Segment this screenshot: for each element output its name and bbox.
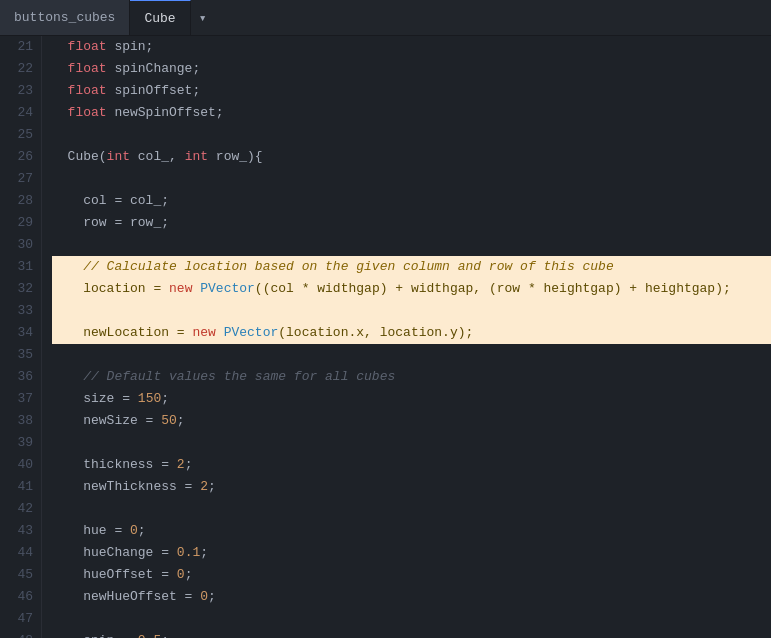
token: 0 <box>130 520 138 542</box>
line-num-28: 28 <box>4 190 33 212</box>
line-num-35: 35 <box>4 344 33 366</box>
token: ; <box>200 542 208 564</box>
line-num-34: 34 <box>4 322 33 344</box>
line-num-31: 31 <box>4 256 33 278</box>
token: size = <box>52 388 138 410</box>
token: col_, <box>130 146 185 168</box>
token: 2 <box>200 476 208 498</box>
code-line-26: Cube(int col_, int row_){ <box>52 146 771 168</box>
token: ; <box>185 564 193 586</box>
code-line-36: // Default values the same for all cubes <box>52 366 771 388</box>
token: col = col_; <box>52 190 169 212</box>
line-num-43: 43 <box>4 520 33 542</box>
token: ; <box>161 388 169 410</box>
token: Cube( <box>52 146 107 168</box>
code-area: 21 22 23 24 25 26 27 28 29 30 31 32 33 3… <box>0 36 771 638</box>
line-num-40: 40 <box>4 454 33 476</box>
code-line-44: hueChange = 0.1; <box>52 542 771 564</box>
line-num-37: 37 <box>4 388 33 410</box>
code-content[interactable]: float spin; float spinChange; float spin… <box>42 36 771 638</box>
tab-cube[interactable]: Cube <box>130 0 190 35</box>
token: 0.5 <box>138 630 161 638</box>
token: 0 <box>177 564 185 586</box>
code-line-46: newHueOffset = 0; <box>52 586 771 608</box>
token: float <box>52 80 107 102</box>
line-num-21: 21 <box>4 36 33 58</box>
token: spin; <box>107 36 154 58</box>
code-line-35 <box>52 344 771 366</box>
token: hueChange = <box>52 542 177 564</box>
token: ; <box>208 476 216 498</box>
token: ((col * widthgap) + widthgap, (row * hei… <box>255 278 731 300</box>
token: 0 <box>200 586 208 608</box>
code-line-43: hue = 0; <box>52 520 771 542</box>
line-num-27: 27 <box>4 168 33 190</box>
tab-label: buttons_cubes <box>14 10 115 25</box>
token: 0.1 <box>177 542 200 564</box>
token: ; <box>208 586 216 608</box>
code-line-27 <box>52 168 771 190</box>
token: new <box>192 322 215 344</box>
line-num-42: 42 <box>4 498 33 520</box>
token: hue = <box>52 520 130 542</box>
token: // Calculate location based on the given… <box>52 256 614 278</box>
token: thickness = <box>52 454 177 476</box>
token: float <box>52 36 107 58</box>
code-line-25 <box>52 124 771 146</box>
line-num-44: 44 <box>4 542 33 564</box>
token: spinOffset; <box>107 80 201 102</box>
code-line-40: thickness = 2; <box>52 454 771 476</box>
token: newLocation = <box>52 322 192 344</box>
code-line-30 <box>52 234 771 256</box>
token: float <box>52 102 107 124</box>
tab-buttons-cubes[interactable]: buttons_cubes <box>0 0 130 35</box>
line-num-39: 39 <box>4 432 33 454</box>
tab-label: Cube <box>144 11 175 26</box>
line-num-48: 48 <box>4 630 33 638</box>
tab-bar: buttons_cubes Cube ▾ <box>0 0 771 36</box>
token: ; <box>138 520 146 542</box>
token: 50 <box>161 410 177 432</box>
line-num-38: 38 <box>4 410 33 432</box>
app-container: buttons_cubes Cube ▾ 21 22 23 24 25 26 2… <box>0 0 771 638</box>
chevron-down-icon: ▾ <box>199 10 207 26</box>
tab-dropdown[interactable]: ▾ <box>191 0 215 35</box>
token: new <box>169 278 192 300</box>
token: newThickness = <box>52 476 200 498</box>
line-num-36: 36 <box>4 366 33 388</box>
token: PVector <box>200 278 255 300</box>
token: 2 <box>177 454 185 476</box>
line-num-33: 33 <box>4 300 33 322</box>
code-line-38: newSize = 50; <box>52 410 771 432</box>
token: newSize = <box>52 410 161 432</box>
token: int <box>185 146 208 168</box>
token: // Default values the same for all cubes <box>52 366 395 388</box>
line-num-45: 45 <box>4 564 33 586</box>
line-num-23: 23 <box>4 80 33 102</box>
code-line-21: float spin; <box>52 36 771 58</box>
token: float <box>52 58 107 80</box>
code-line-45: hueOffset = 0; <box>52 564 771 586</box>
code-line-47 <box>52 608 771 630</box>
token: row = row_; <box>52 212 169 234</box>
code-line-23: float spinOffset; <box>52 80 771 102</box>
token: spin = <box>52 630 138 638</box>
line-num-41: 41 <box>4 476 33 498</box>
code-line-31: // Calculate location based on the given… <box>52 256 771 278</box>
token: spinChange; <box>107 58 201 80</box>
line-num-22: 22 <box>4 58 33 80</box>
line-num-24: 24 <box>4 102 33 124</box>
code-line-37: size = 150; <box>52 388 771 410</box>
line-num-47: 47 <box>4 608 33 630</box>
line-num-30: 30 <box>4 234 33 256</box>
token: row_){ <box>208 146 263 168</box>
code-line-41: newThickness = 2; <box>52 476 771 498</box>
token: ; <box>185 454 193 476</box>
token: newSpinOffset; <box>107 102 224 124</box>
token: ; <box>177 410 185 432</box>
code-line-34: newLocation = new PVector(location.x, lo… <box>52 322 771 344</box>
code-line-48: spin = 0.5; <box>52 630 771 638</box>
token: hueOffset = <box>52 564 177 586</box>
line-num-26: 26 <box>4 146 33 168</box>
code-line-24: float newSpinOffset; <box>52 102 771 124</box>
